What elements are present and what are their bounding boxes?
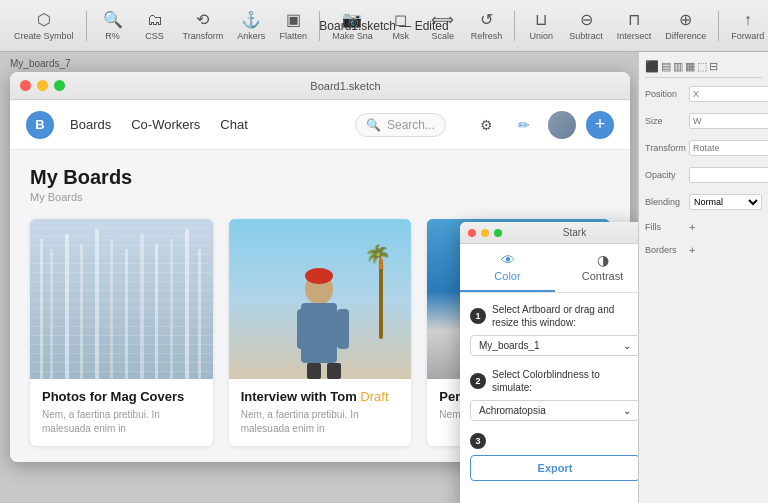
- svg-rect-5: [95, 229, 99, 379]
- panel-borders-add-icon[interactable]: +: [689, 244, 695, 256]
- transform-icon: ⟲: [196, 10, 209, 29]
- r-percent-label: R%: [105, 31, 120, 41]
- panel-fills-row: Fills +: [645, 221, 762, 233]
- ankers-button[interactable]: ⚓ Ankers: [231, 6, 271, 45]
- card-2-title: Interview with Tom Draft: [241, 389, 400, 404]
- refresh-icon: ↺: [480, 10, 493, 29]
- stark-tabs: 👁 Color ◑ Contrast: [460, 244, 638, 293]
- color-tab-icon: 👁: [464, 252, 551, 268]
- nav-link-chat[interactable]: Chat: [220, 117, 247, 132]
- refresh-label: Refresh: [471, 31, 503, 41]
- panel-transform-row: Transform: [645, 140, 762, 156]
- subtract-label: Subtract: [569, 31, 603, 41]
- svg-rect-0: [30, 219, 213, 379]
- panel-transform-section: Transform: [645, 140, 762, 159]
- panel-blending-row: Blending Normal: [645, 194, 762, 210]
- panel-width-input[interactable]: [689, 113, 768, 129]
- stark-tab-color[interactable]: 👁 Color: [460, 244, 555, 292]
- stark-export-button[interactable]: Export: [470, 455, 638, 481]
- add-board-button[interactable]: +: [586, 111, 614, 139]
- transform-button[interactable]: ⟲ Transform: [177, 6, 230, 45]
- stark-artboard-select[interactable]: My_boards_1 ⌄: [470, 335, 638, 356]
- intersect-button[interactable]: ⊓ Intersect: [611, 6, 658, 45]
- union-icon: ⊔: [535, 10, 547, 29]
- ankers-label: Ankers: [237, 31, 265, 41]
- stark-traffic-red[interactable]: [468, 229, 476, 237]
- sketch-toolbar: ⬡ Create Symbol 🔍 R% 🗂 CSS ⟲ Transform ⚓…: [0, 0, 768, 52]
- union-label: Union: [530, 31, 554, 41]
- align-top-icon[interactable]: ▦: [685, 60, 695, 73]
- make-snapshot-label: Make Sna: [332, 31, 373, 41]
- panel-borders-section: Borders +: [645, 244, 762, 259]
- panel-blending-select[interactable]: Normal: [689, 194, 762, 210]
- align-left-icon[interactable]: ⬛: [645, 60, 659, 73]
- flatten-icon: ▣: [286, 10, 301, 29]
- nav-logo-letter: B: [35, 117, 44, 132]
- panel-size-section: Size: [645, 113, 762, 132]
- panel-size-label: Size: [645, 116, 685, 126]
- card-2[interactable]: 16.04.17 🌴: [229, 219, 412, 446]
- stark-step-2-label: Select Colorblindness to simulate:: [492, 368, 638, 394]
- nav-link-boards[interactable]: Boards: [70, 117, 111, 132]
- css-button[interactable]: 🗂 CSS: [135, 7, 175, 45]
- flatten-button[interactable]: ▣ Flatten: [273, 6, 313, 45]
- nav-link-coworkers[interactable]: Co-Workers: [131, 117, 200, 132]
- panel-opacity-input[interactable]: [689, 167, 768, 183]
- align-center-v-icon[interactable]: ⬚: [697, 60, 707, 73]
- panel-fills-add-icon[interactable]: +: [689, 221, 695, 233]
- create-symbol-button[interactable]: ⬡ Create Symbol: [8, 6, 80, 45]
- svg-rect-3: [65, 234, 69, 379]
- ankers-icon: ⚓: [241, 10, 261, 29]
- canvas-area[interactable]: My_boards_7 Board1.sketch B Boards Co-Wo…: [0, 52, 638, 503]
- nav-search[interactable]: 🔍 Search...: [355, 113, 446, 137]
- nav-links: Boards Co-Workers Chat: [70, 117, 248, 132]
- nav-logo: B: [26, 111, 54, 139]
- card-1-title: Photos for Mag Covers: [42, 389, 201, 404]
- panel-rotate-input[interactable]: [689, 140, 768, 156]
- stark-body: 1 Select Artboard or drag and resize thi…: [460, 293, 638, 503]
- user-avatar[interactable]: [548, 111, 576, 139]
- toolbar-separator-1: [86, 11, 87, 41]
- stark-step-2-num: 2: [470, 373, 486, 389]
- stark-colorblindness-select[interactable]: Achromatopsia ⌄: [470, 400, 638, 421]
- svg-rect-8: [140, 234, 144, 379]
- card-1[interactable]: 16.04.17: [30, 219, 213, 446]
- panel-position-row: Position: [645, 86, 762, 102]
- svg-rect-9: [155, 244, 158, 379]
- r-percent-button[interactable]: 🔍 R%: [93, 6, 133, 45]
- refresh-button[interactable]: ↺ Refresh: [465, 6, 509, 45]
- scale-label: Scale: [431, 31, 454, 41]
- forward-button[interactable]: ↑ Forward: [725, 7, 768, 45]
- main-area: My_boards_7 Board1.sketch B Boards Co-Wo…: [0, 52, 768, 503]
- panel-transform-label: Transform: [645, 143, 685, 153]
- card-1-desc: Nem, a faertina pretibui. In malesuada e…: [42, 408, 201, 436]
- stark-step-3-header: 3: [470, 433, 638, 449]
- panel-fills-section: Fills +: [645, 221, 762, 236]
- panel-alignment-row: ⬛ ▤ ▥ ▦ ⬚ ⊟: [645, 60, 762, 78]
- traffic-green-dot[interactable]: [54, 80, 65, 91]
- align-bottom-icon[interactable]: ⊟: [709, 60, 718, 73]
- stark-traffic-green[interactable]: [494, 229, 502, 237]
- panel-borders-row: Borders +: [645, 244, 762, 256]
- difference-button[interactable]: ⊕ Difference: [659, 6, 712, 45]
- stark-tab-contrast-label: Contrast: [582, 270, 624, 282]
- union-button[interactable]: ⊔ Union: [521, 6, 561, 45]
- pen-icon-button[interactable]: ✏: [510, 111, 538, 139]
- search-placeholder: Search...: [387, 118, 435, 132]
- align-right-icon[interactable]: ▥: [673, 60, 683, 73]
- contrast-tab-icon: ◑: [559, 252, 638, 268]
- panel-borders-label: Borders: [645, 245, 685, 255]
- card-2-desc: Nem, a faertina pretibui. In malesuada e…: [241, 408, 400, 436]
- nav-actions: ⚙ ✏ +: [472, 111, 614, 139]
- page-title: My Boards: [30, 166, 610, 189]
- stark-traffic-yellow[interactable]: [481, 229, 489, 237]
- traffic-yellow-dot[interactable]: [37, 80, 48, 91]
- css-icon: 🗂: [147, 11, 163, 29]
- traffic-red-dot[interactable]: [20, 80, 31, 91]
- panel-x-input[interactable]: [689, 86, 768, 102]
- align-center-h-icon[interactable]: ▤: [661, 60, 671, 73]
- subtract-icon: ⊖: [580, 10, 593, 29]
- subtract-button[interactable]: ⊖ Subtract: [563, 6, 609, 45]
- settings-icon-button[interactable]: ⚙: [472, 111, 500, 139]
- stark-tab-contrast[interactable]: ◑ Contrast: [555, 244, 638, 292]
